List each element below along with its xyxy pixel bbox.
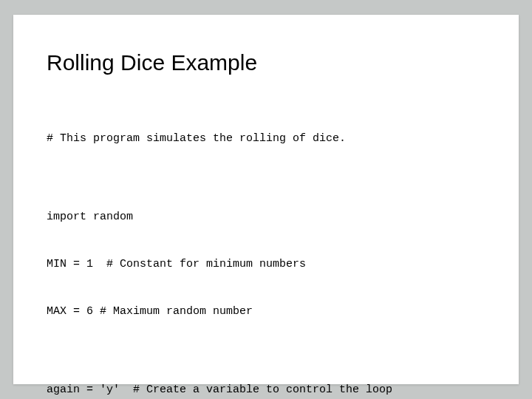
code-block: # This program simulates the rolling of … [47, 99, 485, 399]
slide: Rolling Dice Example # This program simu… [13, 15, 519, 384]
page-title: Rolling Dice Example [47, 50, 485, 75]
code-line: again = 'y' # Create a variable to contr… [47, 382, 485, 398]
code-line: MAX = 6 # Maximum random number [47, 304, 485, 319]
code-line: # This program simulates the rolling of … [47, 131, 485, 146]
code-line: import random [47, 209, 485, 225]
code-line: MIN = 1 # Constant for minimum numbers [47, 256, 485, 272]
